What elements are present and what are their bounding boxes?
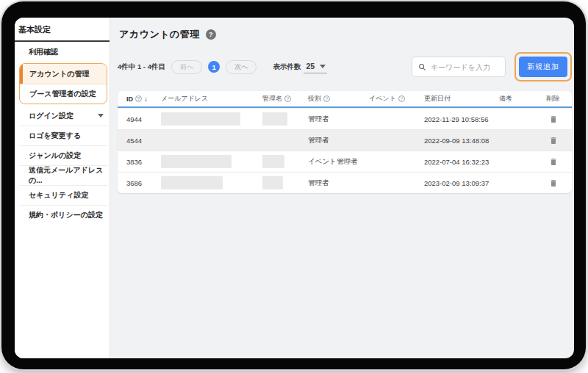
cell-role: イベント管理者 <box>308 157 369 167</box>
search-and-add: 新規追加 <box>412 52 572 82</box>
add-new-button[interactable]: 新規追加 <box>519 57 567 77</box>
sidebar-item-label: 送信元メールアドレスの... <box>29 165 104 186</box>
cell-name <box>262 155 308 168</box>
question-circle-icon[interactable]: ? <box>323 95 330 102</box>
cell-role: 管理者 <box>308 115 369 124</box>
column-label: 削除 <box>547 94 560 104</box>
cell-updated: 2023-02-09 13:09:37 <box>424 179 499 187</box>
pagination: 4件中 1 - 4件目 前へ 1 次へ 表示件数 25 <box>118 60 327 74</box>
cell-email <box>161 176 262 189</box>
question-circle-icon[interactable]: ? <box>135 95 142 102</box>
cell-role: 管理者 <box>308 136 369 145</box>
delete-row-button[interactable] <box>548 156 559 168</box>
main-content: アカウントの管理 ? 4件中 1 - 4件目 前へ 1 次へ 表示件数 25 <box>110 18 574 358</box>
sidebar-item-genre-settings[interactable]: ジャンルの設定 <box>15 145 110 165</box>
current-page-indicator[interactable]: 1 <box>208 61 220 73</box>
trash-icon <box>549 136 558 145</box>
sidebar-item-label: ロゴを変更する <box>29 131 81 141</box>
page-title: アカウントの管理 <box>119 28 200 41</box>
sidebar-item-booth-admin-settings[interactable]: ブース管理者の設定 <box>20 84 107 104</box>
table-row[interactable]: 3686 管理者 2023-02-09 13:09:37 <box>118 172 572 193</box>
trash-icon <box>549 115 558 124</box>
divider <box>19 126 108 126</box>
column-header-id[interactable]: ID ? ↓ <box>126 95 161 103</box>
column-label: 備考 <box>499 94 512 104</box>
column-label: 更新日付 <box>424 94 451 104</box>
column-header-delete: 削除 <box>543 94 563 104</box>
cell-email <box>161 112 262 126</box>
column-label: メールアドレス <box>161 94 208 104</box>
sidebar-nav: 利用確認 アカウントの管理 ブース管理者の設定 ログイン設定 ロゴを <box>15 42 110 225</box>
trash-icon <box>549 178 558 188</box>
delete-row-button[interactable] <box>548 177 559 189</box>
sidebar-title: 基本設定 <box>15 18 110 42</box>
search-icon <box>418 62 426 72</box>
column-header-note[interactable]: 備考 <box>499 94 543 104</box>
cell-name <box>262 112 308 126</box>
delete-row-button[interactable] <box>548 134 559 147</box>
accounts-table: ID ? ↓ メールアドレス 管理名 ? 役割 ? <box>118 91 572 193</box>
trash-icon <box>549 157 558 167</box>
table-header-row: ID ? ↓ メールアドレス 管理名 ? 役割 ? <box>118 91 572 108</box>
sidebar: 基本設定 利用確認 アカウントの管理 ブース管理者の設定 ログイン設定 <box>15 18 110 358</box>
page-header: アカウントの管理 ? <box>119 28 572 41</box>
search-input[interactable] <box>431 63 499 71</box>
cell-delete <box>543 156 563 168</box>
divider <box>19 205 108 206</box>
divider <box>19 185 108 186</box>
column-header-role[interactable]: 役割 ? <box>308 94 369 104</box>
sidebar-item-label: ジャンルの設定 <box>29 151 81 161</box>
redacted-name <box>262 176 283 189</box>
column-header-name[interactable]: 管理名 ? <box>262 94 308 104</box>
cell-email <box>161 134 262 147</box>
sidebar-item-label: 利用確認 <box>29 47 58 57</box>
column-header-updated[interactable]: 更新日付 <box>424 94 499 104</box>
delete-row-button[interactable] <box>548 113 559 126</box>
table-row[interactable]: 4944 管理者 2022-11-29 10:58:56 <box>118 108 572 129</box>
sidebar-item-sender-email[interactable]: 送信元メールアドレスの... <box>15 165 110 185</box>
cell-role: 管理者 <box>308 178 369 188</box>
cell-updated: 2022-11-29 10:58:56 <box>424 115 499 123</box>
sort-desc-icon[interactable]: ↓ <box>144 95 148 103</box>
device-frame: 基本設定 利用確認 アカウントの管理 ブース管理者の設定 ログイン設定 <box>1 1 586 369</box>
sidebar-item-account-management[interactable]: アカウントの管理 <box>20 64 107 84</box>
cell-name <box>262 134 308 147</box>
column-header-email[interactable]: メールアドレス <box>161 94 262 104</box>
pagination-summary: 4件中 1 - 4件目 <box>118 62 165 72</box>
cell-updated: 2022-07-04 16:32:23 <box>424 158 499 166</box>
next-page-button[interactable]: 次へ <box>226 60 257 74</box>
cell-updated: 2022-09-09 13:48:08 <box>424 137 499 145</box>
help-icon[interactable]: ? <box>206 29 216 40</box>
divider <box>19 145 108 146</box>
question-circle-icon[interactable]: ? <box>284 95 291 102</box>
redacted-name <box>262 112 287 126</box>
sidebar-item-security-settings[interactable]: セキュリティ設定 <box>15 185 110 205</box>
sidebar-item-label: 規約・ポリシーの設定 <box>29 210 103 220</box>
cell-delete <box>543 113 563 126</box>
sidebar-item-login-settings[interactable]: ログイン設定 <box>15 106 110 126</box>
chevron-down-icon <box>98 114 104 117</box>
sidebar-item-change-logo[interactable]: ロゴを変更する <box>15 126 110 145</box>
add-button-highlight-ring: 新規追加 <box>514 52 572 82</box>
cell-id: 4544 <box>126 137 161 145</box>
sidebar-highlight-group: アカウントの管理 ブース管理者の設定 <box>19 63 107 104</box>
cell-delete <box>543 177 563 189</box>
app-screen: 基本設定 利用確認 アカウントの管理 ブース管理者の設定 ログイン設定 <box>15 18 574 358</box>
per-page-control: 表示件数 25 <box>273 60 327 73</box>
divider <box>19 165 108 166</box>
table-row[interactable]: 3836 イベント管理者 2022-07-04 16:32:23 <box>118 151 572 172</box>
question-circle-icon[interactable]: ? <box>398 95 405 102</box>
table-row[interactable]: 4544 管理者 2022-09-09 13:48:08 <box>118 129 572 151</box>
sidebar-item-terms-policy[interactable]: 規約・ポリシーの設定 <box>15 205 110 225</box>
sidebar-item-usage-confirm[interactable]: 利用確認 <box>15 42 110 62</box>
per-page-dropdown[interactable]: 25 <box>304 60 327 73</box>
prev-page-button[interactable]: 前へ <box>171 60 202 74</box>
sidebar-item-label: ブース管理者の設定 <box>29 89 96 99</box>
redacted-email <box>161 155 232 168</box>
cell-id: 3686 <box>126 179 161 187</box>
per-page-label: 表示件数 <box>273 62 301 72</box>
column-header-event[interactable]: イベント ? <box>369 94 424 104</box>
redacted-email <box>161 176 223 189</box>
sidebar-item-label: アカウントの管理 <box>29 69 89 79</box>
cell-id: 4944 <box>126 115 161 123</box>
